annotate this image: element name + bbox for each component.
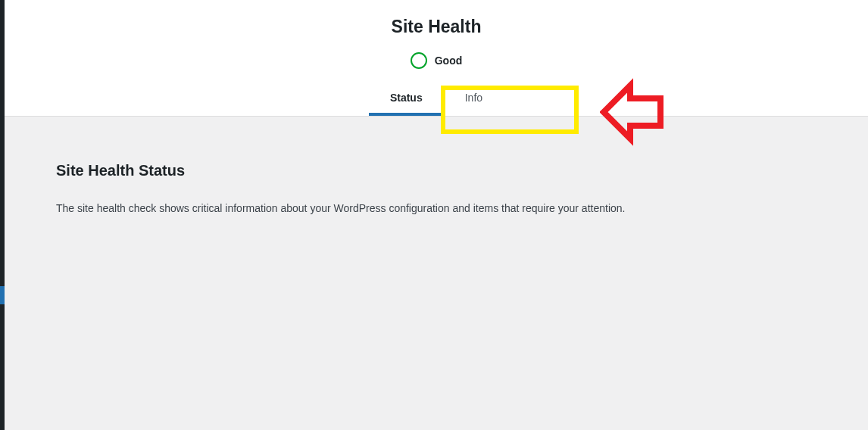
status-circle-icon xyxy=(411,52,427,69)
status-label: Good xyxy=(435,55,463,67)
site-health-header: Site Health Good Status Info xyxy=(5,0,868,117)
tab-info[interactable]: Info xyxy=(444,83,504,116)
page-title: Site Health xyxy=(5,17,868,37)
tab-nav: Status Info xyxy=(5,83,868,116)
tab-info-label: Info xyxy=(465,92,482,104)
health-status-indicator: Good xyxy=(5,52,868,69)
main-content: Site Health Status The site health check… xyxy=(0,117,868,217)
tab-status[interactable]: Status xyxy=(369,83,444,116)
section-title: Site Health Status xyxy=(56,162,816,179)
admin-sidebar-active-marker xyxy=(0,286,5,304)
tab-status-label: Status xyxy=(390,92,423,104)
section-description: The site health check shows critical inf… xyxy=(56,201,816,217)
admin-sidebar-edge xyxy=(0,0,5,430)
